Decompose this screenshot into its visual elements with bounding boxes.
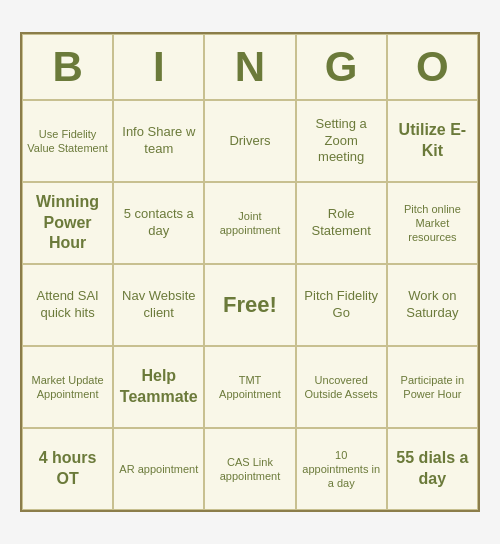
bingo-cell-5[interactable]: Winning Power Hour — [22, 182, 113, 264]
bingo-header: BINGO — [22, 34, 478, 100]
bingo-cell-11[interactable]: Nav Website client — [113, 264, 204, 346]
bingo-cell-9[interactable]: Pitch online Market resources — [387, 182, 478, 264]
bingo-cell-16[interactable]: Help Teammate — [113, 346, 204, 428]
bingo-cell-12[interactable]: Free! — [204, 264, 295, 346]
bingo-cell-4[interactable]: Utilize E-Kit — [387, 100, 478, 182]
bingo-cell-1[interactable]: Info Share w team — [113, 100, 204, 182]
bingo-cell-10[interactable]: Attend SAI quick hits — [22, 264, 113, 346]
bingo-cell-20[interactable]: 4 hours OT — [22, 428, 113, 510]
bingo-letter-n: N — [204, 34, 295, 100]
bingo-cell-8[interactable]: Role Statement — [296, 182, 387, 264]
bingo-cell-24[interactable]: 55 dials a day — [387, 428, 478, 510]
bingo-cell-23[interactable]: 10 appointments in a day — [296, 428, 387, 510]
bingo-cell-17[interactable]: TMT Appointment — [204, 346, 295, 428]
bingo-cell-0[interactable]: Use Fidelity Value Statement — [22, 100, 113, 182]
bingo-cell-13[interactable]: Pitch Fidelity Go — [296, 264, 387, 346]
bingo-cell-2[interactable]: Drivers — [204, 100, 295, 182]
bingo-letter-i: I — [113, 34, 204, 100]
bingo-cell-15[interactable]: Market Update Appointment — [22, 346, 113, 428]
bingo-cell-18[interactable]: Uncovered Outside Assets — [296, 346, 387, 428]
bingo-letter-g: G — [296, 34, 387, 100]
bingo-cell-6[interactable]: 5 contacts a day — [113, 182, 204, 264]
bingo-cell-3[interactable]: Setting a Zoom meeting — [296, 100, 387, 182]
bingo-grid: Use Fidelity Value StatementInfo Share w… — [22, 100, 478, 510]
bingo-cell-14[interactable]: Work on Saturday — [387, 264, 478, 346]
bingo-letter-o: O — [387, 34, 478, 100]
bingo-card: BINGO Use Fidelity Value StatementInfo S… — [20, 32, 480, 512]
bingo-letter-b: B — [22, 34, 113, 100]
bingo-cell-21[interactable]: AR appointment — [113, 428, 204, 510]
bingo-cell-19[interactable]: Participate in Power Hour — [387, 346, 478, 428]
bingo-cell-7[interactable]: Joint appointment — [204, 182, 295, 264]
bingo-cell-22[interactable]: CAS Link appointment — [204, 428, 295, 510]
